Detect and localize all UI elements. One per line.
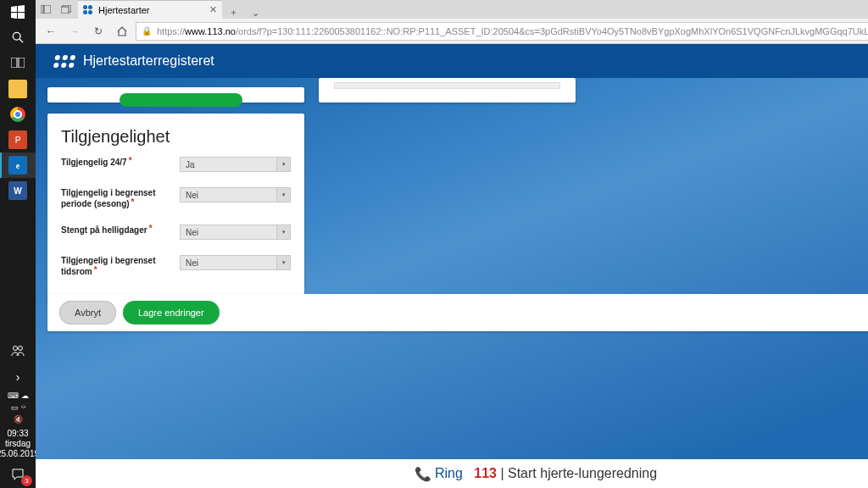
- show-tabs-button[interactable]: [56, 0, 76, 19]
- cancel-button[interactable]: Avbryt: [59, 301, 116, 324]
- svg-line-1: [19, 39, 23, 42]
- truncated-card-left: [47, 87, 304, 103]
- show-tabs-icon: [61, 5, 71, 14]
- taskbar-clock[interactable]: 09:33 tirsdag 25.06.2019: [0, 425, 39, 463]
- select-available-247[interactable]: Ja ▾: [180, 157, 291, 172]
- folder-icon: [8, 80, 27, 98]
- word-app[interactable]: W: [0, 178, 36, 203]
- chevron-updown-icon: ▾: [276, 188, 290, 202]
- clock-time: 09:33: [0, 429, 39, 439]
- chrome-app[interactable]: [0, 102, 36, 127]
- site-header: Hjertestarterregisteret Logg ut: [36, 44, 868, 78]
- chevron-updown-icon: ▾: [276, 256, 290, 269]
- tray-expand[interactable]: ›: [0, 364, 36, 390]
- svg-point-0: [13, 32, 20, 40]
- volume-mute-icon[interactable]: 🔇: [14, 415, 23, 424]
- action-center[interactable]: 3: [0, 463, 36, 488]
- label-timeslot: Tilgjengelig i begrenset tidsrom*: [61, 255, 180, 277]
- search-icon: [12, 31, 24, 46]
- start-button[interactable]: [0, 0, 36, 25]
- brand-title: Hjertestarterregisteret: [83, 53, 214, 69]
- powerpoint-app[interactable]: P: [0, 127, 36, 152]
- forward-button[interactable]: →: [64, 21, 85, 42]
- truncated-green-button[interactable]: [120, 93, 242, 107]
- refresh-button[interactable]: ↻: [88, 21, 108, 42]
- label-available-247: Tilgjengelig 24/7*: [61, 157, 180, 168]
- label-holidays: Stengt på helligdager*: [61, 225, 180, 236]
- label-season: Tilgjengelig i begrenset periode (sesong…: [61, 187, 180, 209]
- select-value: Nei: [186, 258, 198, 268]
- field-timeslot: Tilgjengelig i begrenset tidsrom* Nei ▾: [61, 255, 291, 277]
- windows-icon: [11, 5, 25, 19]
- chevron-updown-icon: ▾: [276, 225, 290, 239]
- address-bar-row: ← → ↻ 🔒 https://www.113.no/ords/f?p=130:…: [36, 19, 868, 44]
- favicon-icon: [83, 5, 93, 15]
- svg-rect-8: [61, 7, 69, 14]
- tab-overflow-button[interactable]: ⌄: [244, 8, 266, 19]
- people-button[interactable]: [0, 339, 36, 364]
- wifi-icon[interactable]: ⌔: [21, 403, 25, 412]
- tab-actions-left: [36, 0, 76, 19]
- phone-icon: 📞: [415, 466, 431, 482]
- edge-app[interactable]: e: [0, 152, 36, 178]
- svg-point-4: [14, 346, 18, 350]
- browser-window: Hjertestarter ✕ ＋ ⌄ — ▢ ✕ ← → ↻ 🔒 https:…: [36, 0, 868, 488]
- url-scheme: https://: [157, 26, 185, 36]
- select-season[interactable]: Nei ▾: [180, 187, 291, 202]
- new-tab-button[interactable]: ＋: [222, 6, 244, 19]
- home-button[interactable]: [112, 21, 132, 42]
- tab-close-button[interactable]: ✕: [209, 4, 217, 15]
- url-path: /ords/f?p=130:111:2260053801162::NO:RP:P…: [236, 26, 868, 36]
- footer-ring: Ring: [435, 466, 463, 480]
- select-timeslot[interactable]: Nei ▾: [180, 255, 291, 270]
- page-content: Tilgjengelighet Tilgjengelig 24/7* Ja ▾ …: [47, 78, 868, 459]
- action-bar: Avbryt Lagre endringer Legge til bilde: [47, 294, 868, 331]
- browser-tab[interactable]: Hjertestarter ✕: [78, 0, 222, 19]
- windows-taskbar: P e W › ⌨ ☁ ▭ ⌔ 🔇 09:33 tirsdag 25.06.20…: [0, 0, 36, 488]
- svg-point-5: [19, 346, 23, 350]
- task-view-button[interactable]: [0, 51, 36, 76]
- address-bar[interactable]: 🔒 https://www.113.no/ords/f?p=130:111:22…: [136, 22, 868, 41]
- site-footer: 📞 Ring 113 | Start hjerte-lungeredning: [36, 459, 868, 488]
- chevron-updown-icon: ▾: [276, 158, 290, 171]
- truncated-field: [334, 82, 560, 89]
- notification-badge: 3: [21, 475, 32, 486]
- field-available-247: Tilgjengelig 24/7* Ja ▾: [61, 157, 291, 172]
- site-brand[interactable]: Hjertestarterregisteret: [54, 53, 214, 69]
- svg-rect-2: [11, 58, 17, 68]
- lock-icon: 🔒: [142, 26, 152, 36]
- availability-title: Tilgjengelighet: [61, 127, 291, 147]
- back-button[interactable]: ←: [41, 21, 61, 42]
- select-holidays[interactable]: Nei ▾: [180, 225, 291, 240]
- task-view-icon: [11, 57, 25, 70]
- truncated-card-right: [319, 78, 576, 103]
- save-button[interactable]: Lagre endringer: [123, 301, 220, 324]
- svg-rect-7: [44, 5, 51, 14]
- battery-icon[interactable]: ▭: [11, 403, 19, 412]
- cloud-icon[interactable]: ☁: [21, 391, 29, 400]
- brand-logo-icon: [53, 55, 76, 68]
- clock-date: 25.06.2019: [0, 449, 39, 459]
- field-season: Tilgjengelig i begrenset periode (sesong…: [61, 187, 291, 209]
- footer-number[interactable]: 113: [474, 466, 497, 480]
- tray-row-2: ▭ ⌔: [11, 402, 25, 413]
- tab-title: Hjertestarter: [98, 5, 150, 15]
- url-host: www.113.no: [185, 26, 236, 36]
- word-icon: W: [8, 181, 27, 200]
- clock-day: tirsdag: [0, 439, 39, 449]
- svg-rect-6: [41, 5, 43, 14]
- file-explorer[interactable]: [0, 76, 36, 102]
- tabs-aside-icon: [41, 5, 51, 14]
- people-icon: [11, 345, 25, 359]
- titlebar: Hjertestarter ✕ ＋ ⌄ — ▢ ✕: [36, 0, 868, 19]
- powerpoint-icon: P: [8, 130, 27, 149]
- page-body: Hjertestarterregisteret Logg ut Tilgjeng…: [36, 44, 868, 459]
- keyboard-icon[interactable]: ⌨: [8, 391, 19, 400]
- chrome-icon: [10, 107, 25, 122]
- search-button[interactable]: [0, 25, 36, 51]
- select-value: Nei: [186, 228, 198, 237]
- tray-row-1: ⌨ ☁: [8, 390, 29, 402]
- field-holidays: Stengt på helligdager* Nei ▾: [61, 225, 291, 240]
- tabs-aside-button[interactable]: [36, 0, 56, 19]
- home-icon: [116, 25, 128, 37]
